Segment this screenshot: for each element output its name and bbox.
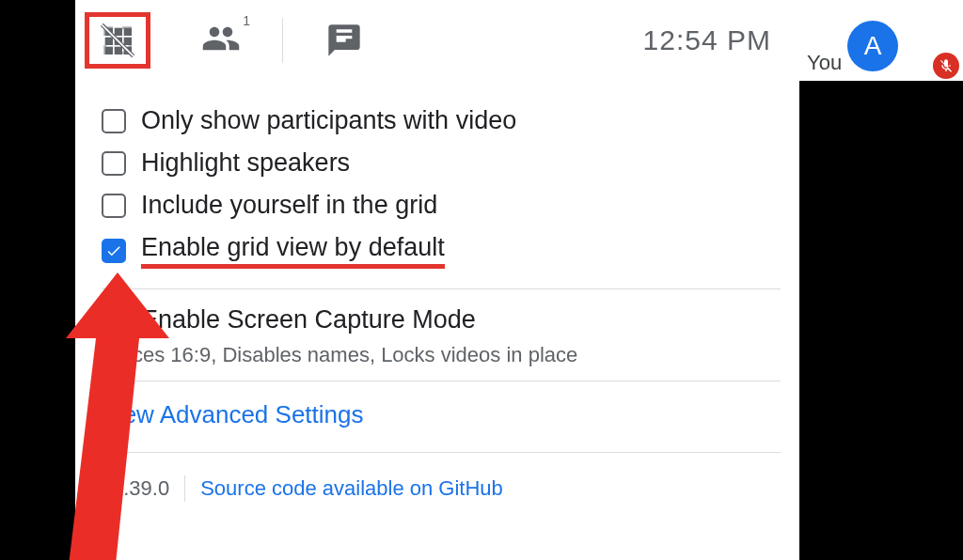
option-label: Only show participants with video	[141, 106, 516, 135]
mic-off-icon	[939, 58, 954, 73]
self-tile: You A	[799, 0, 963, 81]
svg-rect-2	[124, 28, 132, 36]
chat-icon	[325, 22, 363, 59]
grid-off-icon	[99, 22, 136, 59]
github-link[interactable]: Source code available on GitHub	[200, 476, 503, 501]
advanced-settings-link[interactable]: View Advanced Settings	[102, 400, 363, 428]
divider	[102, 288, 781, 289]
option-label: Include yourself in the grid	[141, 191, 437, 220]
svg-rect-6	[105, 47, 113, 54]
topbar: 1 12:54 PM	[75, 0, 799, 81]
option-label: Enable Screen Capture Mode	[141, 305, 476, 334]
people-icon	[201, 19, 241, 58]
footer-divider	[184, 475, 185, 502]
footer: v1.39.0 Source code available on GitHub	[102, 462, 781, 515]
option-label: Highlight speakers	[141, 148, 350, 178]
clock: 12:54 PM	[643, 24, 771, 56]
option-include-self[interactable]: Include yourself in the grid	[102, 184, 781, 226]
option-enable-default[interactable]: Enable grid view by default	[102, 226, 781, 275]
svg-rect-7	[115, 47, 122, 54]
checkbox-enable-default[interactable]	[102, 239, 126, 263]
checkbox-highlight[interactable]	[102, 151, 126, 176]
option-highlight[interactable]: Highlight speakers	[102, 142, 781, 184]
checkbox-screen-capture[interactable]	[102, 308, 126, 333]
people-button[interactable]: 1	[188, 12, 254, 69]
people-count-badge: 1	[243, 13, 250, 28]
svg-rect-5	[124, 38, 132, 45]
option-screen-capture[interactable]: Enable Screen Capture Mode	[102, 299, 781, 341]
mic-muted-badge	[933, 53, 959, 79]
checkbox-include-self[interactable]	[102, 194, 126, 218]
settings-panel: 1 12:54 PM Only show participants with v…	[75, 0, 799, 560]
divider	[102, 452, 781, 453]
option-only-video[interactable]: Only show participants with video	[102, 100, 781, 142]
you-label: You	[807, 51, 842, 75]
divider	[102, 381, 781, 381]
avatar-letter: A	[864, 31, 882, 61]
grid-view-off-button[interactable]	[85, 12, 150, 69]
options-section: Only show participants with video Highli…	[75, 81, 799, 515]
option-label: Enable grid view by default	[141, 233, 445, 269]
topbar-divider	[282, 18, 283, 63]
screen-capture-help: Forces 16:9, Disables names, Locks video…	[102, 343, 781, 367]
version-text: v1.39.0	[102, 476, 169, 501]
checkbox-only-video[interactable]	[102, 109, 126, 133]
chat-button[interactable]	[311, 12, 377, 69]
avatar: A	[847, 21, 898, 71]
svg-rect-1	[115, 28, 122, 36]
svg-rect-3	[105, 38, 113, 45]
